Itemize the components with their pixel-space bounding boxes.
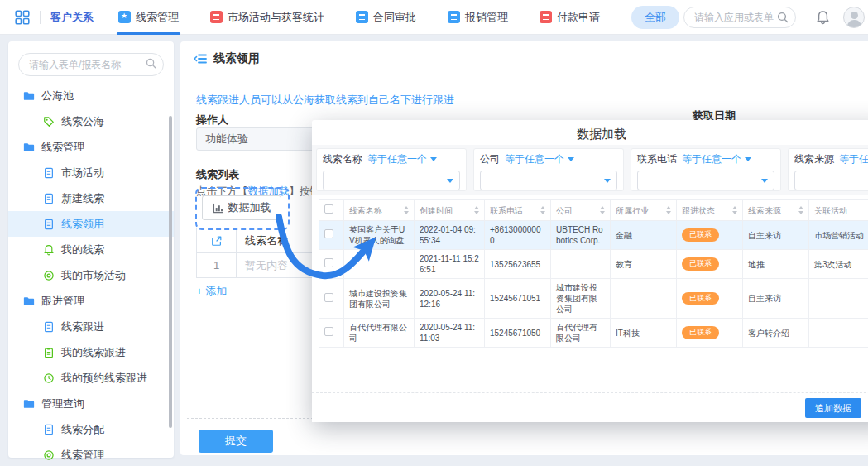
sidebar-item-lead-followup[interactable]: 线索跟进 bbox=[8, 314, 174, 339]
status-badge: 已联系 bbox=[682, 228, 719, 242]
folder-icon bbox=[23, 142, 35, 153]
sidebar-folder-followup-management[interactable]: 跟进管理 bbox=[8, 288, 174, 314]
col-industry[interactable]: 所属行业 bbox=[611, 200, 677, 221]
filter-label: 公司 bbox=[480, 152, 500, 166]
table-row: 百代代理有限公司 2020-05-24 11:11:03 15245671050… bbox=[319, 319, 868, 348]
filter-label: 线索来源 bbox=[794, 152, 834, 166]
sidebar-item-lead-management-report[interactable]: 线索管理 bbox=[8, 442, 174, 466]
row-checkbox[interactable] bbox=[324, 258, 333, 267]
tab-payment-request[interactable]: 付款申请 bbox=[540, 0, 600, 35]
sidebar-search-input[interactable] bbox=[18, 53, 164, 76]
sidebar-scrollbar[interactable] bbox=[169, 116, 172, 428]
payment-request-app-icon bbox=[540, 11, 552, 23]
tab-marketing-stats[interactable]: 市场活动与获客统计 bbox=[210, 0, 324, 35]
select-all-cell bbox=[319, 200, 344, 221]
cell-status: 已联系 bbox=[677, 221, 743, 250]
bar-chart-icon bbox=[213, 203, 223, 214]
data-load-modal: 数据加载 线索名称 等于任意一个 公司 等于任意一个 联系电话 等于任意一个 线… bbox=[312, 120, 868, 422]
filter-operator-dropdown[interactable]: 等于任意一个 bbox=[682, 152, 751, 166]
cell-lead-name: 百代代理有限公司 bbox=[344, 319, 415, 348]
filter-value-select[interactable] bbox=[637, 171, 774, 190]
row-checkbox[interactable] bbox=[324, 229, 333, 238]
cell-phone: 15245671050 bbox=[485, 319, 551, 348]
cell-activity bbox=[809, 319, 868, 348]
sort-icon bbox=[404, 206, 409, 214]
filter-operator-dropdown[interactable]: 等于任意一个 bbox=[367, 152, 437, 166]
col-lead-source[interactable]: 线索来源 bbox=[743, 200, 809, 221]
submit-button[interactable]: 提交 bbox=[199, 430, 273, 453]
sort-icon bbox=[474, 206, 479, 214]
form-header: 线索领用 bbox=[194, 51, 260, 66]
sidebar-item-my-market-activity[interactable]: 我的市场活动 bbox=[8, 262, 174, 288]
document-icon bbox=[43, 193, 55, 204]
notification-bell-icon[interactable] bbox=[816, 10, 830, 25]
chevron-down-icon bbox=[430, 157, 437, 161]
sort-icon bbox=[600, 206, 605, 214]
col-related-activity[interactable]: 关联活动 bbox=[809, 200, 868, 221]
sidebar-folder-public-pool[interactable]: 公海池 bbox=[8, 83, 174, 108]
tab-contract-approval[interactable]: 合同审批 bbox=[356, 0, 416, 35]
sidebar-item-market-activity[interactable]: 市场活动 bbox=[8, 160, 174, 185]
cell-source: 地推 bbox=[743, 250, 809, 279]
sidebar-item-new-lead[interactable]: 新建线索 bbox=[8, 185, 174, 211]
cell-activity: 市场营销活动 bbox=[809, 221, 868, 250]
status-badge: 已联系 bbox=[682, 326, 719, 339]
tab-lead-management[interactable]: 线索管理 bbox=[118, 0, 179, 35]
row-checkbox[interactable] bbox=[324, 293, 333, 302]
sidebar-folder-admin-query[interactable]: 管理查询 bbox=[8, 391, 174, 416]
col-company[interactable]: 公司 bbox=[551, 200, 611, 221]
all-apps-pill[interactable]: 全部 bbox=[631, 6, 679, 29]
cell-status: 已联系 bbox=[677, 279, 743, 319]
cell-source: 客户转介绍 bbox=[743, 319, 809, 348]
data-load-button[interactable]: 数据加载 bbox=[202, 195, 281, 220]
tab-reimbursement[interactable]: 报销管理 bbox=[448, 0, 508, 35]
cell-lead-name bbox=[344, 250, 415, 279]
cell-phone: 15245671051 bbox=[485, 279, 551, 319]
filter-operator-dropdown[interactable]: 等于任意一个 bbox=[505, 152, 574, 166]
cell-status: 已联系 bbox=[677, 250, 743, 279]
append-data-button[interactable]: 追加数据 bbox=[805, 398, 861, 418]
chevron-down-icon bbox=[745, 157, 751, 161]
table-row: 城市建设投资集团有限公司 2020-05-24 11:12:16 1524567… bbox=[319, 279, 868, 319]
sidebar-item-my-lead-followup[interactable]: 我的线索跟进 bbox=[8, 339, 174, 365]
filter-operator-dropdown[interactable]: 等于任意一个 bbox=[839, 152, 868, 166]
sidebar-item-my-leads[interactable]: 我的线索 bbox=[8, 237, 174, 262]
filter-value-select[interactable] bbox=[323, 171, 460, 190]
user-avatar[interactable] bbox=[843, 7, 865, 28]
col-created-time[interactable]: 创建时间 bbox=[415, 200, 485, 221]
sidebar-item-my-scheduled-followup[interactable]: 我的预约线索跟进 bbox=[8, 365, 174, 391]
filter-lead-name: 线索名称 等于任意一个 bbox=[316, 148, 467, 191]
page-title: 线索领用 bbox=[213, 51, 260, 66]
search-icon[interactable] bbox=[777, 12, 789, 23]
status-badge: 已联系 bbox=[682, 257, 719, 271]
col-followup-status[interactable]: 跟进状态 bbox=[677, 200, 743, 221]
sort-icon bbox=[732, 206, 737, 214]
app-window: 客户关系 线索管理 市场活动与获客统计 合同审批 报销管理 付款申请 全部 bbox=[0, 0, 868, 466]
folder-icon bbox=[23, 90, 35, 102]
app-grid-icon[interactable] bbox=[15, 10, 30, 25]
cell-lead-name: 城市建设投资集团有限公司 bbox=[344, 279, 415, 319]
sort-icon bbox=[666, 206, 671, 214]
row-checkbox[interactable] bbox=[324, 327, 333, 336]
tab-customer-relations[interactable]: 客户关系 bbox=[50, 10, 94, 25]
select-all-checkbox[interactable] bbox=[324, 204, 333, 214]
topbar-divider bbox=[40, 11, 41, 24]
col-lead-name[interactable]: 线索名称 bbox=[344, 200, 415, 221]
filter-value-select[interactable] bbox=[480, 171, 617, 190]
sidebar-item-lead-assignment[interactable]: 线索分配 bbox=[8, 416, 174, 442]
sidebar-item-lead-claim[interactable]: 线索领用 bbox=[8, 211, 174, 237]
tag-icon bbox=[43, 116, 55, 127]
external-link-icon[interactable] bbox=[211, 235, 223, 247]
lead-management-app-icon bbox=[118, 11, 131, 23]
chevron-down-icon bbox=[761, 179, 768, 183]
topbar-search bbox=[683, 7, 796, 28]
modal-filter-bar: 线索名称 等于任意一个 公司 等于任意一个 联系电话 等于任意一个 线索来源 等… bbox=[312, 145, 868, 195]
target-icon bbox=[43, 449, 55, 461]
add-row-link[interactable]: + 添加 bbox=[196, 284, 227, 299]
col-phone[interactable]: 联系电话 bbox=[485, 200, 551, 221]
filter-value-select[interactable] bbox=[794, 171, 868, 190]
target-icon bbox=[43, 270, 55, 281]
cell-lead-name: 英国客户关于UV机器人的询盘 bbox=[344, 221, 415, 250]
sidebar-folder-lead-management[interactable]: 线索管理 bbox=[8, 134, 174, 160]
sidebar-item-lead-public-sea[interactable]: 线索公海 bbox=[8, 108, 174, 134]
